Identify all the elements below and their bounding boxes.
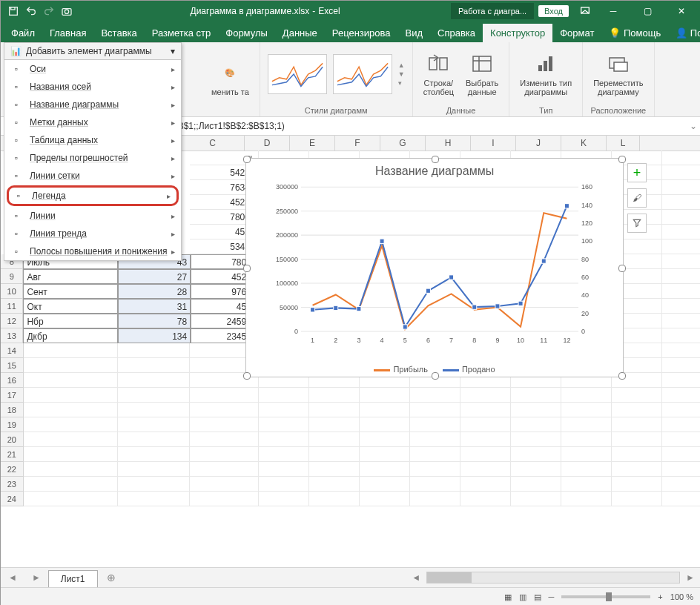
cell[interactable] (24, 417, 118, 432)
cell[interactable] (612, 462, 662, 477)
cell[interactable] (259, 477, 309, 492)
select-data-button[interactable]: Выбрать данные (463, 49, 501, 99)
cell[interactable] (511, 403, 561, 417)
cell[interactable] (662, 343, 700, 358)
cell[interactable] (118, 477, 191, 492)
col-header-E[interactable]: E (290, 136, 335, 151)
sheet-nav-prev-icon[interactable]: ◄ (1, 572, 24, 583)
cell[interactable] (118, 343, 191, 358)
cell[interactable] (460, 403, 511, 417)
cell[interactable] (190, 417, 259, 432)
row-header[interactable]: 13 (1, 328, 23, 343)
cell[interactable] (612, 388, 662, 403)
cell[interactable] (511, 477, 561, 492)
row-header[interactable]: 24 (1, 492, 24, 506)
cell[interactable] (190, 403, 259, 417)
cell[interactable]: 27 (118, 269, 191, 284)
cell[interactable] (460, 388, 511, 403)
cell[interactable] (190, 477, 259, 492)
cell[interactable] (24, 388, 118, 403)
styles-more-icon[interactable]: ▾ (398, 79, 405, 87)
sheet-tab[interactable]: Лист1 (48, 570, 98, 587)
cell[interactable] (309, 492, 360, 506)
ribbon-options-icon[interactable] (579, 4, 591, 19)
chart-legend[interactable]: Прибыль Продано (246, 365, 623, 374)
cell[interactable]: Дкбр (23, 328, 118, 343)
chart-style-1[interactable] (268, 54, 327, 94)
camera-icon[interactable] (60, 4, 73, 18)
cell[interactable] (259, 403, 309, 417)
login-button[interactable]: Вход (538, 5, 569, 17)
cell[interactable] (360, 492, 410, 506)
tell-me[interactable]: 💡 Помощь (601, 24, 668, 42)
cell[interactable]: 134 (118, 328, 191, 343)
cell[interactable]: Авг (23, 269, 118, 284)
cell[interactable] (190, 462, 259, 477)
cell[interactable] (511, 432, 561, 447)
cell[interactable] (118, 388, 191, 403)
cell[interactable] (118, 447, 191, 462)
cell[interactable] (561, 462, 612, 477)
cell[interactable] (612, 477, 662, 492)
cell[interactable] (410, 432, 460, 447)
cell[interactable] (118, 462, 191, 477)
legend-item-1[interactable]: Прибыль (374, 365, 428, 374)
cell[interactable] (662, 388, 700, 403)
cell[interactable] (24, 447, 118, 462)
cell[interactable] (662, 432, 700, 447)
cell[interactable] (662, 477, 700, 492)
col-header-G[interactable]: G (380, 136, 426, 151)
col-header-J[interactable]: J (516, 136, 561, 151)
chart-plot-area[interactable]: 0500001000001500002000002500003000000204… (268, 184, 601, 347)
cell[interactable] (662, 195, 700, 210)
cell[interactable] (511, 447, 561, 462)
chart-style-2[interactable] (333, 54, 392, 94)
move-chart-button[interactable]: Переместить диаграмму (590, 49, 646, 99)
cell[interactable] (410, 492, 460, 506)
cell[interactable] (662, 417, 700, 432)
col-header-I[interactable]: I (471, 136, 516, 151)
col-header-H[interactable]: H (426, 136, 471, 151)
tab-home[interactable]: Главная (42, 24, 93, 42)
cell[interactable] (24, 462, 118, 477)
tab-layout[interactable]: Разметка стр (145, 24, 218, 42)
new-sheet-button[interactable]: ⊕ (98, 572, 125, 583)
redo-icon[interactable] (42, 4, 56, 18)
cell[interactable] (662, 284, 700, 299)
cell[interactable]: Сент (23, 284, 118, 299)
cell[interactable] (662, 492, 700, 506)
cell[interactable] (309, 462, 360, 477)
cell[interactable] (561, 417, 612, 432)
view-normal-icon[interactable]: ▦ (504, 592, 512, 602)
share-button[interactable]: 👤 Поделиться (668, 24, 700, 42)
row-header[interactable]: 19 (1, 417, 24, 432)
col-header-K[interactable]: K (561, 136, 607, 151)
cell[interactable] (118, 432, 191, 447)
menu-item-Оси[interactable]: ▫Оси▸ (4, 60, 181, 78)
cell[interactable] (24, 403, 118, 417)
cell[interactable] (561, 477, 612, 492)
cell[interactable] (561, 388, 612, 403)
styles-down-icon[interactable]: ▼ (398, 70, 405, 78)
cell[interactable] (190, 492, 259, 506)
cell[interactable] (511, 417, 561, 432)
undo-icon[interactable] (24, 4, 38, 18)
col-header-C[interactable]: C (181, 136, 245, 151)
cell[interactable] (309, 447, 360, 462)
save-icon[interactable] (7, 4, 20, 18)
zoom-slider[interactable] (561, 595, 650, 598)
cell[interactable] (662, 254, 700, 269)
hscroll-right-icon[interactable]: ► (680, 572, 700, 583)
styles-up-icon[interactable]: ▲ (398, 62, 405, 69)
cell[interactable]: 28 (118, 284, 191, 299)
cell[interactable] (460, 447, 511, 462)
cell[interactable] (561, 447, 612, 462)
row-header[interactable]: 9 (1, 269, 23, 284)
menu-item-Полосы повышения и понижения[interactable]: ▫Полосы повышения и понижения▸ (4, 242, 181, 260)
hscroll-left-icon[interactable]: ◄ (406, 572, 426, 583)
cell[interactable] (410, 462, 460, 477)
cell[interactable] (612, 417, 662, 432)
cell[interactable] (360, 447, 410, 462)
cell[interactable] (662, 210, 700, 225)
row-header[interactable]: 23 (1, 477, 24, 492)
